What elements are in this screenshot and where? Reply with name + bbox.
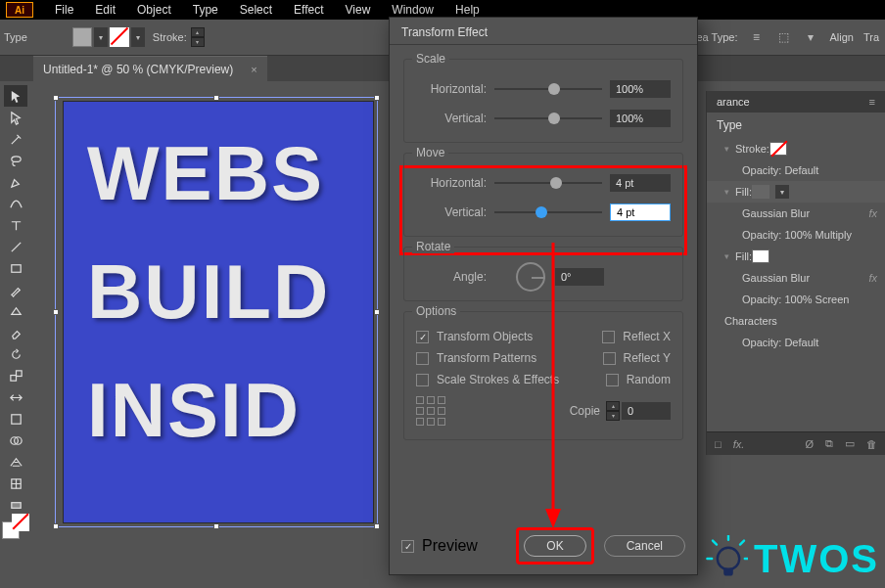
menu-file[interactable]: File xyxy=(45,3,83,17)
fx-icon[interactable]: fx xyxy=(868,272,877,284)
characters-opacity-row[interactable]: Opacity: Default xyxy=(707,332,885,353)
scale-strokes-checkbox[interactable] xyxy=(416,374,429,386)
scale-v-slider[interactable] xyxy=(494,111,602,126)
transform-label-cut[interactable]: Tra xyxy=(863,31,879,43)
move-h-input[interactable] xyxy=(610,174,671,192)
rectangle-tool[interactable] xyxy=(4,257,27,279)
curvature-tool[interactable] xyxy=(4,193,27,214)
free-transform-tool[interactable] xyxy=(4,408,27,430)
fill-swatch-dropdown[interactable]: ▾ xyxy=(775,185,789,199)
handle-bot-left[interactable] xyxy=(53,523,59,529)
handle-top-left[interactable] xyxy=(53,95,59,101)
rotate-angle-input[interactable] xyxy=(555,268,604,286)
reflect-y-checkbox[interactable] xyxy=(603,352,616,365)
move-v-slider[interactable] xyxy=(494,204,602,220)
preview-checkbox[interactable] xyxy=(401,540,414,553)
appearance-fill-row-2[interactable]: ▾ Fill: xyxy=(707,246,885,267)
scale-v-input[interactable] xyxy=(610,110,671,127)
area-type-icon[interactable]: ≡ xyxy=(747,28,765,46)
fill-dropdown[interactable]: ▾ xyxy=(94,27,108,47)
fill-row-label: Fill: xyxy=(735,186,752,198)
handle-top-right[interactable] xyxy=(374,95,380,101)
scale-h-slider[interactable] xyxy=(494,81,602,97)
handle-mid-right[interactable] xyxy=(374,309,380,315)
rule-icon[interactable]: □ xyxy=(715,438,722,450)
opacity-multiply-row[interactable]: Opacity: 100% Multiply xyxy=(707,224,885,246)
paintbrush-tool[interactable] xyxy=(4,279,27,300)
mesh-tool[interactable] xyxy=(4,473,27,494)
clear-appearance-icon[interactable]: Ø xyxy=(805,438,814,450)
type-tool[interactable] xyxy=(4,214,27,236)
copies-input[interactable] xyxy=(622,402,671,420)
stroke-indicator[interactable] xyxy=(12,514,29,531)
direct-selection-tool[interactable] xyxy=(4,107,27,128)
transform-icon[interactable]: ⬚ xyxy=(774,28,792,46)
reflect-x-checkbox[interactable] xyxy=(602,331,615,343)
rotate-angle-dial[interactable] xyxy=(516,262,545,292)
random-checkbox[interactable] xyxy=(606,374,619,386)
panel-menu-icon[interactable]: ≡ xyxy=(869,96,875,108)
stroke-dropdown[interactable]: ▾ xyxy=(131,27,145,47)
gradient-tool[interactable] xyxy=(4,494,27,516)
fx-icon[interactable]: fx xyxy=(868,207,877,219)
shape-builder-tool[interactable] xyxy=(4,430,27,451)
menu-type[interactable]: Type xyxy=(183,3,228,17)
stroke-swatch[interactable] xyxy=(110,27,129,47)
fill-swatch[interactable] xyxy=(72,27,92,47)
menu-help[interactable]: Help xyxy=(445,3,489,17)
menu-window[interactable]: Window xyxy=(382,3,443,17)
opacity-screen-row[interactable]: Opacity: 100% Screen xyxy=(707,289,885,310)
gaussian-blur-row-2[interactable]: Gaussian Blur fx xyxy=(707,267,885,289)
copies-stepper[interactable]: ▴▾ xyxy=(606,401,620,421)
close-tab-icon[interactable]: × xyxy=(251,64,256,75)
handle-bot-right[interactable] xyxy=(374,523,380,529)
perspective-grid-tool[interactable] xyxy=(4,451,27,473)
menu-edit[interactable]: Edit xyxy=(85,3,125,17)
cancel-button[interactable]: Cancel xyxy=(604,535,685,557)
scale-tool[interactable] xyxy=(4,365,27,386)
selection-tool[interactable] xyxy=(4,85,27,107)
handle-mid-left[interactable] xyxy=(53,309,59,315)
document-tab[interactable]: Untitled-1* @ 50 % (CMYK/Preview) × xyxy=(33,56,267,81)
stroke-weight-stepper[interactable]: ▴▾ xyxy=(191,27,205,47)
shaper-tool[interactable] xyxy=(4,300,27,322)
transform-objects-checkbox[interactable] xyxy=(416,331,429,343)
canvas-area[interactable]: WEBS BUILD INSID xyxy=(53,91,384,531)
ok-button[interactable]: OK xyxy=(524,535,585,557)
stroke-row-label: Stroke: xyxy=(735,143,769,155)
transform-patterns-checkbox[interactable] xyxy=(416,352,429,365)
gaussian-blur-row-1[interactable]: Gaussian Blur fx xyxy=(707,203,885,224)
delete-icon[interactable]: 🗑 xyxy=(866,438,877,450)
appearance-stroke-row[interactable]: ▾ Stroke: xyxy=(707,138,885,159)
twirl-icon[interactable]: ▾ xyxy=(724,144,729,154)
stroke-opacity-row[interactable]: Opacity: Default xyxy=(707,159,885,181)
scale-h-input[interactable] xyxy=(610,80,671,98)
new-fill-icon[interactable]: ⧉ xyxy=(825,437,833,450)
align-label[interactable]: Align xyxy=(829,31,853,43)
handle-bot-mid[interactable] xyxy=(213,523,219,529)
appearance-fill-row-1[interactable]: ▾ Fill: ▾ xyxy=(707,181,885,203)
line-tool[interactable] xyxy=(4,236,27,257)
fill-stroke-indicator[interactable] xyxy=(2,521,29,549)
pen-tool[interactable] xyxy=(4,171,27,193)
magic-wand-tool[interactable] xyxy=(4,128,27,150)
width-tool[interactable] xyxy=(4,386,27,408)
eraser-tool[interactable] xyxy=(4,322,27,343)
move-v-input[interactable] xyxy=(610,204,671,221)
transform-dropdown-icon[interactable]: ▾ xyxy=(802,28,819,46)
fx-add-icon[interactable]: fx. xyxy=(733,438,745,450)
twirl-icon[interactable]: ▾ xyxy=(724,251,729,261)
menu-object[interactable]: Object xyxy=(127,3,181,17)
twirl-icon[interactable]: ▾ xyxy=(724,187,729,197)
handle-top-mid[interactable] xyxy=(213,95,219,101)
selection-bounding-box[interactable] xyxy=(55,97,378,527)
new-item-icon[interactable]: ▭ xyxy=(845,437,855,450)
lasso-tool[interactable] xyxy=(4,150,27,171)
rotate-tool[interactable] xyxy=(4,343,27,365)
menu-effect[interactable]: Effect xyxy=(284,3,333,17)
move-h-slider[interactable] xyxy=(494,175,602,191)
reference-point-selector[interactable] xyxy=(416,396,445,426)
menu-view[interactable]: View xyxy=(336,3,381,17)
menu-select[interactable]: Select xyxy=(230,3,282,17)
characters-row[interactable]: Characters xyxy=(707,310,885,332)
